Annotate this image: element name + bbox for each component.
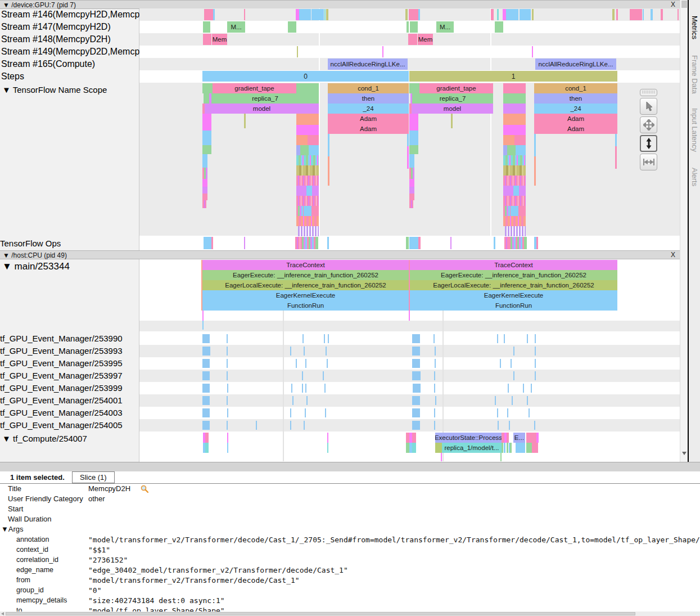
timeline-segment[interactable] (418, 9, 420, 20)
timeline-segment[interactable] (503, 125, 526, 135)
timeline-segment[interactable] (244, 114, 246, 128)
close-icon[interactable]: X (671, 251, 675, 259)
timeline-segment[interactable] (227, 443, 228, 453)
timeline-segment[interactable] (202, 114, 211, 131)
timeline-segment[interactable] (615, 134, 617, 146)
timeline-segment[interactable]: replica_7 (412, 93, 493, 104)
timeline-segment[interactable] (302, 334, 304, 343)
timeline-segment[interactable] (327, 443, 328, 453)
timeline-segment[interactable] (534, 421, 535, 430)
timeline-segment[interactable] (503, 93, 526, 104)
timeline-segment[interactable] (213, 9, 215, 20)
timeline-segment[interactable] (409, 83, 419, 93)
timeline-segment[interactable] (290, 421, 291, 430)
timeline-segment[interactable] (306, 186, 312, 196)
timeline-segment[interactable] (204, 93, 209, 104)
timeline-segment[interactable] (435, 359, 436, 368)
timeline-segment[interactable] (532, 443, 538, 453)
timeline-segment[interactable] (202, 347, 210, 356)
timeline-segment[interactable] (503, 145, 507, 155)
timeline-segment[interactable] (227, 421, 228, 430)
timeline-segment[interactable] (227, 384, 228, 393)
timeline-segment[interactable]: replica_1/model/t... (442, 443, 502, 453)
timeline-segment[interactable] (513, 347, 514, 356)
timeline-segment[interactable]: _24 (328, 104, 409, 114)
timeline-segment[interactable] (507, 145, 516, 155)
timeline-segment[interactable] (434, 421, 435, 430)
timeline-segment[interactable] (503, 114, 526, 125)
timeline-segment[interactable]: EagerExecute: __inference_train_function… (410, 270, 617, 280)
timeline-segment[interactable] (326, 9, 328, 20)
timeline-segment[interactable] (434, 384, 435, 393)
close-icon[interactable]: X (671, 1, 675, 8)
timeline-segment[interactable] (299, 9, 311, 20)
horizontal-scrollbar[interactable] (0, 611, 700, 616)
timeline-segment[interactable] (526, 433, 536, 443)
timeline-segment[interactable] (296, 176, 319, 186)
timeline-segment[interactable] (306, 396, 308, 405)
timeline-segment[interactable] (531, 384, 532, 393)
timeline-segment[interactable] (409, 237, 418, 249)
sidebar-tab-alerts[interactable]: Alerts (690, 168, 699, 186)
timeline-segment[interactable] (297, 46, 298, 57)
timeline-segment[interactable] (211, 237, 213, 249)
drag-handle[interactable] (640, 89, 657, 96)
timeline-segment[interactable] (529, 408, 530, 417)
timeline-segment[interactable] (507, 433, 509, 443)
timeline-segment[interactable]: Mem (418, 34, 433, 45)
timeline-segment[interactable] (450, 237, 451, 249)
timeline-segment[interactable] (317, 237, 318, 249)
timeline-segment[interactable]: gradient_tape (213, 83, 296, 93)
timeline-segment[interactable]: TraceContext (410, 260, 617, 270)
timeline-segment[interactable] (520, 9, 531, 20)
timeline-segment[interactable] (296, 125, 319, 135)
timeline-segment[interactable] (227, 359, 228, 368)
timeline-segment[interactable] (296, 359, 297, 368)
timeline-segment[interactable] (514, 135, 526, 145)
timeline-segment[interactable] (204, 237, 211, 249)
timeline-segment[interactable] (500, 359, 501, 368)
timeline-segment[interactable] (202, 200, 206, 208)
timeline-segment[interactable] (407, 146, 409, 169)
timeline-segment[interactable] (503, 104, 526, 114)
timeline-segment[interactable] (305, 408, 306, 417)
timeline-segment[interactable]: model (205, 104, 319, 114)
timeline-segment[interactable] (304, 421, 305, 430)
timeline-segment[interactable] (328, 134, 329, 156)
timeline-segment[interactable] (227, 433, 228, 443)
timeline-segment[interactable]: EagerKernelExecute (202, 290, 409, 300)
timeline-segment[interactable] (328, 156, 329, 186)
timeline-segment[interactable] (296, 196, 319, 206)
timeline-segment[interactable]: Adam (328, 114, 409, 124)
timeline-segment[interactable] (407, 134, 409, 146)
timeline-segment[interactable] (325, 408, 326, 417)
timeline-segment[interactable] (502, 443, 503, 453)
timeline-segment[interactable] (227, 347, 228, 356)
sidebar-tab-input-latency[interactable]: Input Latency (690, 108, 699, 152)
timeline-segment[interactable] (503, 196, 526, 206)
timeline-segment[interactable] (435, 443, 442, 453)
timeline-segment[interactable] (612, 9, 615, 20)
timeline-segment[interactable] (244, 237, 245, 249)
timeline-segment[interactable] (296, 165, 319, 176)
timeline-segment[interactable] (412, 408, 420, 417)
timeline-segment[interactable] (497, 408, 498, 417)
timeline-segment[interactable]: Mem (212, 34, 227, 45)
timeline-segment[interactable] (500, 453, 502, 461)
collapse-arrow-icon[interactable]: ▼ (3, 1, 10, 9)
timeline-segment[interactable] (409, 154, 414, 168)
timeline-segment[interactable] (202, 384, 210, 393)
timeline-segment[interactable] (513, 186, 519, 196)
cpu-panel-title[interactable]: ▼ /host:CPU (pid 49) (3, 251, 67, 259)
pan-tool-button[interactable] (640, 116, 657, 133)
timeline-segment[interactable] (678, 9, 679, 20)
timeline-segment[interactable]: ncclAllReduceRingLLKe... (328, 59, 408, 70)
timeline-segment[interactable] (511, 206, 518, 216)
timeline-segment[interactable] (510, 443, 512, 453)
timeline-segment[interactable] (296, 155, 319, 165)
timeline-segment[interactable] (202, 131, 211, 145)
timeline-segment[interactable]: cond_1 (328, 83, 409, 93)
timeline-segment[interactable] (324, 384, 326, 393)
timeline-segment[interactable] (412, 359, 420, 368)
timeline-segment[interactable] (202, 168, 207, 179)
